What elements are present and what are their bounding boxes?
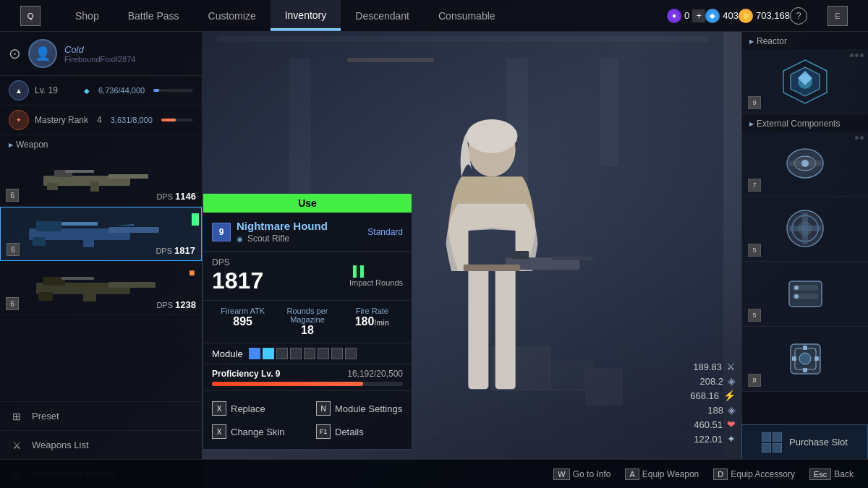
nav-item-e[interactable]: E [807,0,868,31]
use-button[interactable]: Use [203,194,412,213]
replace-key: X [212,401,226,416]
details-action[interactable]: F1 Details [307,420,412,443]
reactor-section-label: Reactor [742,32,868,49]
weapon-dps-3: DPS 1238 [156,299,196,310]
reactor-item[interactable]: 9 [742,49,868,114]
svg-point-58 [799,353,811,364]
nav-item-shop[interactable]: Shop [61,0,114,31]
svg-rect-62 [814,356,819,361]
gold-currency-icon: ○ [739,9,753,23]
key-back: Esc Back [809,468,854,480]
type-icon: ◉ [237,235,243,243]
weapons-list-nav-item[interactable]: ⚔ Weapons List [0,430,202,459]
popup-actions: X Replace N Module Settings X Change Ski… [203,391,412,449]
nav-item-consumable[interactable]: Consumable [424,0,510,31]
svg-rect-59 [803,346,807,350]
dps-value: 1817 [212,267,263,294]
popup-weapon-name: Nightmare Hound [237,220,362,232]
external-item-4[interactable]: 8 [742,327,868,392]
external-item-1[interactable]: 7 [742,132,868,197]
right-panel: Reactor 9 External Components 7 [741,32,868,459]
module-slot-1 [249,348,260,359]
q-icon[interactable]: Q [20,6,41,26]
diamond-icon: ◆ [84,87,90,95]
stat-icon-4: ◈ [728,404,736,416]
svg-rect-33 [109,282,156,288]
purchase-slot-button[interactable]: Purchase Slot [741,424,868,459]
svg-rect-23 [47,183,58,190]
key-equip-weapon: A Equip Weapon [625,468,699,480]
module-settings-action[interactable]: N Module Settings [307,397,412,420]
proficiency-bar [212,382,363,386]
stat-row-4: 188 ◈ [669,404,741,416]
external-item-2[interactable]: 5 [742,197,868,262]
svg-rect-60 [803,368,807,372]
svg-rect-31 [61,222,98,226]
avatar: 👤 [28,39,57,68]
module-slot-6 [318,348,329,359]
blue-currency-icon: ◆ [705,9,720,23]
weapon-item-2[interactable]: 6 DPS 1817 ▐▌ [0,207,202,261]
nav-item-descendant[interactable]: Descendant [341,0,424,31]
popup-proficiency: Proficiency Lv. 9 16,192/20,500 [203,364,412,391]
stat-icon-2: ◈ [728,375,736,387]
weapon-item-1[interactable]: 6 DPS 1146 [0,153,202,207]
weapon-list: 6 DPS 1146 6 DPS 1817 ▐▌ [0,153,202,401]
profile-name: Cold [64,44,193,55]
help-button[interactable]: ? [790,7,807,25]
ammo-type: Impact Rounds [349,278,403,287]
reactor-badge: 9 [748,96,761,109]
replace-action[interactable]: X Replace [203,397,307,420]
nav-item-customize[interactable]: Customize [194,0,271,31]
weapon-dps-1: DPS 1146 [156,191,196,202]
currency-blue: ◆ 403 [705,9,739,23]
mastery-rank: 4 [97,115,102,125]
svg-rect-37 [61,277,94,280]
currency-gold: ○ 703,168 [739,9,790,23]
weapon-item-3[interactable]: 6 DPS 1238 ■ [0,261,202,315]
svg-rect-30 [83,234,94,247]
popup-level-badge: 9 [212,223,231,241]
svg-point-54 [794,286,799,290]
key-equip-accessory: D Equip Accessory [713,468,795,480]
level-row: ▲ Lv. 19 ◆ 6,736/44,000 [0,76,202,106]
change-skin-action[interactable]: X Change Skin [203,420,307,443]
firearm-atk-cell: Firearm ATK 895 [212,307,273,337]
external-section-label: External Components [742,114,868,132]
rounds-value: 18 [276,324,338,337]
nav-item-inventory[interactable]: Inventory [271,0,341,31]
module-slots [249,348,357,359]
external-item-3[interactable]: 5 [742,262,868,327]
key-a: A [625,468,639,480]
key-w: W [553,468,569,480]
weapon-level-1: 6 [6,189,19,202]
popup-stats: Firearm ATK 895 Rounds per Magazine 18 F… [203,301,412,343]
stat-values-panel: 189.83 ⚔ 208.2 ◈ 668.16 ⚡ 188 ◈ 460.51 ❤… [669,32,741,459]
weapon-indicator-3: ■ [189,267,196,274]
preset-nav-item[interactable]: ⊞ Preset [0,401,202,430]
svg-rect-17 [553,256,593,260]
module-slot-5 [304,348,315,359]
svg-rect-24 [90,181,99,192]
firearm-atk-value: 895 [212,315,273,328]
nav-item-q[interactable]: Q [0,0,61,31]
left-panel: ⊙ 👤 Cold FireboundFox#2874 ▲ Lv. 19 ◆ 6,… [0,32,203,488]
weapon-level-3: 6 [6,297,19,310]
purple-currency-icon: ● [667,9,681,23]
svg-point-45 [801,160,809,167]
e-icon[interactable]: E [827,6,848,26]
top-navigation: Q Shop Battle Pass Customize Inventory D… [0,0,868,32]
weapon-level-2: 6 [7,243,20,256]
stat-row-3: 668.16 ⚡ [669,390,741,401]
purchase-slot-icon [762,432,782,453]
nav-item-battle-pass[interactable]: Battle Pass [114,0,194,31]
svg-rect-18 [512,251,529,259]
add-purple-button[interactable]: + [692,9,705,22]
svg-rect-25 [65,170,94,173]
mastery-bar [161,119,176,121]
xp-bar [153,89,159,92]
stat-icon-3: ⚡ [723,390,736,401]
xp-display: 6,736/44,000 [98,86,145,95]
stat-row-5: 460.51 ❤ [669,419,741,430]
svg-rect-21 [109,174,148,179]
